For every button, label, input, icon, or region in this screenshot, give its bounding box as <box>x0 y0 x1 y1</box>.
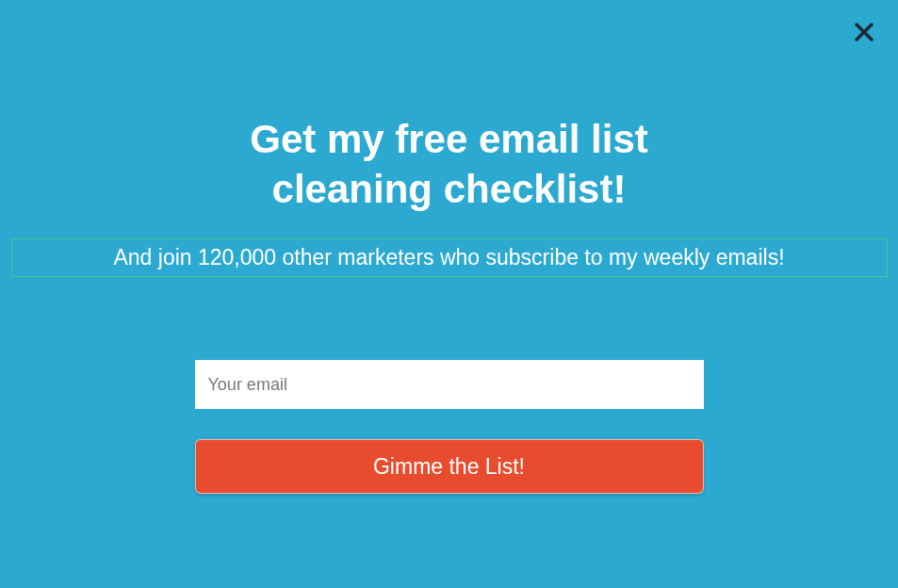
modal-heading: Get my free email list cleaning checklis… <box>250 115 648 214</box>
submit-button[interactable]: Gimme the List! <box>195 439 704 494</box>
email-input[interactable] <box>195 360 704 409</box>
modal-subheading: And join 120,000 other marketers who sub… <box>113 245 784 270</box>
signup-modal: Get my free email list cleaning checklis… <box>0 0 898 494</box>
signup-form: Gimme the List! <box>195 360 704 494</box>
subheading-container: And join 120,000 other marketers who sub… <box>11 238 888 277</box>
heading-line-2: cleaning checklist! <box>272 167 627 211</box>
close-button[interactable] <box>851 21 877 47</box>
close-icon <box>853 21 875 47</box>
heading-line-1: Get my free email list <box>250 117 648 161</box>
